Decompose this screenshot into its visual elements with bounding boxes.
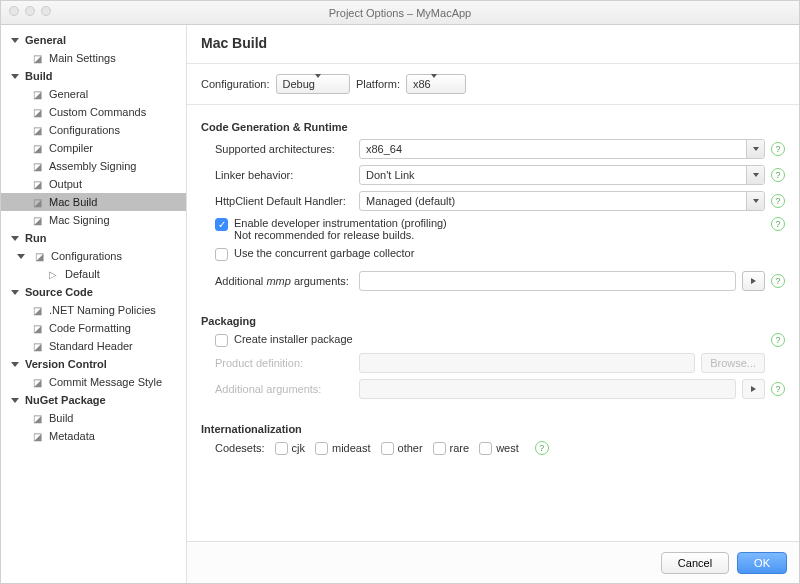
sidebar-item[interactable]: ◪Metadata [1, 427, 186, 445]
page-title: Mac Build [187, 25, 799, 64]
gear-icon: ◪ [31, 52, 43, 64]
help-icon[interactable]: ? [771, 168, 785, 182]
mmp-label: Additional mmp arguments: [201, 275, 359, 287]
zoom-icon[interactable] [41, 6, 51, 16]
sidebar-item-label: Configurations [51, 250, 122, 262]
sidebar-item[interactable]: ◪Assembly Signing [1, 157, 186, 175]
sidebar-item-label: Build [49, 412, 73, 424]
configuration-select[interactable]: Debug [276, 74, 350, 94]
sidebar-item-label: Code Formatting [49, 322, 131, 334]
sidebar-item[interactable]: ◪Compiler [1, 139, 186, 157]
minimize-icon[interactable] [25, 6, 35, 16]
sidebar-item[interactable]: ▷Default [1, 265, 186, 283]
help-icon[interactable]: ? [535, 441, 549, 455]
monitor-icon: ◪ [31, 196, 43, 208]
profiling-label: Enable developer instrumentation (profil… [234, 217, 759, 229]
codeset-west-checkbox[interactable] [479, 442, 492, 455]
sidebar-group[interactable]: Run [1, 229, 186, 247]
page-icon: ◪ [31, 430, 43, 442]
codesets-label: Codesets: [215, 442, 265, 454]
sidebar-group[interactable]: Source Code [1, 283, 186, 301]
sidebar-item[interactable]: ◪Build [1, 409, 186, 427]
chevron-down-icon [315, 78, 331, 90]
sidebar-item-label: .NET Naming Policies [49, 304, 156, 316]
chevron-down-icon [431, 78, 447, 90]
chevron-down-icon [746, 192, 764, 210]
sidebar-item[interactable]: ◪Mac Build [1, 193, 186, 211]
sidebar-item-label: General [49, 88, 88, 100]
sidebar-item-label: Output [49, 178, 82, 190]
disclosure-triangle-icon [17, 254, 25, 259]
sidebar-item-label: Custom Commands [49, 106, 146, 118]
page-icon: ◪ [31, 340, 43, 352]
sidebar-group[interactable]: Version Control [1, 355, 186, 373]
sidebar: General◪Main SettingsBuild◪General◪Custo… [1, 25, 187, 583]
sidebar-item[interactable]: ◪Custom Commands [1, 103, 186, 121]
sidebar-item[interactable]: ◪Code Formatting [1, 319, 186, 337]
gc-checkbox[interactable] [215, 248, 228, 261]
sidebar-group[interactable]: General [1, 31, 186, 49]
sidebar-item[interactable]: ◪General [1, 85, 186, 103]
help-icon[interactable]: ? [771, 142, 785, 156]
chevron-down-icon [746, 166, 764, 184]
linker-label: Linker behavior: [201, 169, 359, 181]
disclosure-triangle-icon [11, 290, 19, 295]
linker-select[interactable]: Don't Link [359, 165, 765, 185]
mmp-run-button[interactable] [742, 271, 765, 291]
box-icon: ◪ [31, 124, 43, 136]
sidebar-item-label: Metadata [49, 430, 95, 442]
configuration-label: Configuration: [201, 78, 270, 90]
help-icon[interactable]: ? [771, 274, 785, 288]
sign-icon: ◪ [31, 160, 43, 172]
installer-checkbox[interactable] [215, 334, 228, 347]
window-controls[interactable] [9, 6, 51, 16]
supported-arch-label: Supported architectures: [201, 143, 359, 155]
sidebar-item[interactable]: ◪Configurations [1, 121, 186, 139]
codeset-rare-checkbox[interactable] [433, 442, 446, 455]
gear-icon: ◪ [31, 376, 43, 388]
sidebar-item[interactable]: ◪Standard Header [1, 337, 186, 355]
platform-select[interactable]: x86 [406, 74, 466, 94]
mmp-args-input[interactable] [359, 271, 736, 291]
sidebar-item-label: Assembly Signing [49, 160, 136, 172]
disclosure-triangle-icon [11, 74, 19, 79]
supported-arch-select[interactable]: x86_64 [359, 139, 765, 159]
help-icon[interactable]: ? [771, 217, 785, 231]
close-icon[interactable] [9, 6, 19, 16]
help-icon[interactable]: ? [771, 382, 785, 396]
sidebar-item-label: Main Settings [49, 52, 116, 64]
sidebar-item[interactable]: ◪Commit Message Style [1, 373, 186, 391]
cancel-button[interactable]: Cancel [661, 552, 729, 574]
sidebar-item[interactable]: ◪Mac Signing [1, 211, 186, 229]
gc-label: Use the concurrent garbage collector [234, 247, 759, 259]
format-icon: ◪ [31, 322, 43, 334]
profiling-checkbox[interactable]: ✓ [215, 218, 228, 231]
httpclient-select[interactable]: Managed (default) [359, 191, 765, 211]
help-icon[interactable]: ? [771, 194, 785, 208]
sidebar-item-label: Mac Build [49, 196, 97, 208]
sidebar-item[interactable]: ◪Output [1, 175, 186, 193]
i18n-title: Internationalization [201, 423, 785, 435]
sidebar-item-label: Compiler [49, 142, 93, 154]
sidebar-group[interactable]: Build [1, 67, 186, 85]
codeset-cjk-checkbox[interactable] [275, 442, 288, 455]
profiling-sublabel: Not recommended for release builds. [234, 229, 759, 241]
sidebar-item[interactable]: ◪.NET Naming Policies [1, 301, 186, 319]
disclosure-triangle-icon [11, 398, 19, 403]
codeset-other-checkbox[interactable] [381, 442, 394, 455]
play-icon: ◪ [31, 106, 43, 118]
httpclient-label: HttpClient Default Handler: [201, 195, 359, 207]
window-title: Project Options – MyMacApp [329, 7, 471, 19]
sidebar-item[interactable]: ◪Main Settings [1, 49, 186, 67]
help-icon[interactable]: ? [771, 333, 785, 347]
product-defn-label: Product definition: [201, 357, 359, 369]
sidebar-group[interactable]: NuGet Package [1, 391, 186, 409]
sidebar-item[interactable]: ◪Configurations [1, 247, 186, 265]
content-pane: Mac Build Configuration: Debug Platform:… [187, 25, 799, 583]
monitor-icon: ◪ [31, 214, 43, 226]
chevron-down-icon [746, 140, 764, 158]
codeset-mideast-checkbox[interactable] [315, 442, 328, 455]
packaging-addl-input [359, 379, 736, 399]
ok-button[interactable]: OK [737, 552, 787, 574]
installer-label: Create installer package [234, 333, 759, 345]
